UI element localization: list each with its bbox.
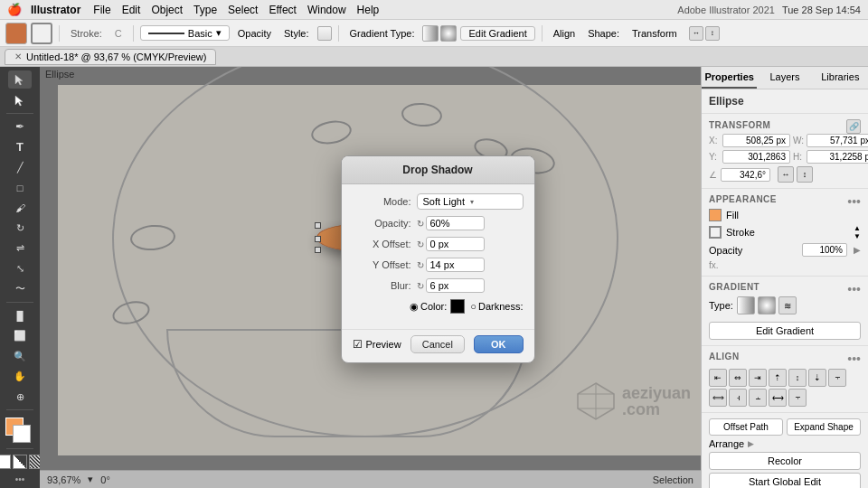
rect-tool[interactable]: □: [8, 178, 32, 196]
ok-button[interactable]: OK: [474, 335, 524, 353]
preview-checkbox-group[interactable]: ☑ Preview: [353, 338, 401, 351]
warp-tool[interactable]: 〜: [8, 280, 32, 298]
pen-tool[interactable]: ✒: [8, 117, 32, 136]
align-more-btn[interactable]: •••: [847, 352, 861, 366]
grad-freeform-btn[interactable]: ≋: [778, 296, 797, 314]
direct-select-tool[interactable]: [8, 90, 32, 108]
x-offset-input[interactable]: [426, 237, 485, 251]
zoom-tool[interactable]: ⊕: [8, 388, 32, 406]
radial-gradient-btn[interactable]: [440, 25, 457, 42]
grad-radial-btn[interactable]: [758, 296, 776, 314]
blur-input[interactable]: [426, 278, 485, 293]
menu-file[interactable]: File: [93, 4, 110, 16]
hand-tool[interactable]: ✋: [8, 367, 32, 385]
tab-layers[interactable]: Layers: [757, 67, 812, 89]
distribute-bottom-btn[interactable]: ⫟: [788, 389, 807, 407]
object-type-label: Ellipse: [709, 95, 861, 108]
edit-gradient-btn[interactable]: Edit Gradient: [460, 26, 534, 41]
reflect-h-btn[interactable]: ↔: [778, 166, 794, 183]
cancel-button[interactable]: Cancel: [410, 335, 465, 353]
stroke-down-btn[interactable]: ▼: [854, 232, 861, 240]
distribute-top-btn[interactable]: ⫠: [749, 389, 767, 407]
y-offset-input[interactable]: [426, 258, 485, 272]
rotate-tool[interactable]: ↻: [8, 219, 32, 237]
fill-swatch[interactable]: [709, 209, 722, 221]
edit-gradient-btn-panel[interactable]: Edit Gradient: [709, 322, 861, 340]
stroke-up-btn[interactable]: ▲: [854, 224, 861, 232]
distribute-left-btn[interactable]: ⫟: [828, 369, 846, 387]
color-swatch[interactable]: [450, 299, 465, 314]
tab-properties[interactable]: Properties: [702, 67, 757, 89]
style-swatch[interactable]: [317, 26, 332, 41]
apple-menu[interactable]: 🍎: [7, 3, 22, 16]
opacity-input[interactable]: [426, 216, 485, 230]
dialog-body: Mode: Soft Light ▾ Opacity: ↻ X: [342, 184, 534, 329]
object-type-section: Ellipse: [702, 89, 868, 114]
fill-color-indicator[interactable]: [5, 23, 27, 44]
line-tool[interactable]: ╱: [8, 158, 32, 176]
align-top-btn[interactable]: ⇡: [769, 369, 787, 387]
active-tab[interactable]: ✕ Untitled-18* @ 93,67 % (CMYK/Preview): [5, 49, 216, 65]
align-bottom-btn[interactable]: ⇣: [808, 369, 826, 387]
menu-help[interactable]: Help: [357, 4, 380, 16]
chart-tool[interactable]: ▐▌: [8, 306, 32, 324]
start-global-edit-btn[interactable]: Start Global Edit: [709, 473, 861, 488]
eyedropper-tool[interactable]: 🔍: [8, 347, 32, 365]
gradient-more-btn[interactable]: •••: [847, 282, 861, 296]
transform-reflect-icon[interactable]: ↔: [689, 26, 703, 41]
distribute-center-btn[interactable]: ⟺: [709, 389, 727, 407]
menu-window[interactable]: Window: [307, 4, 346, 16]
color-option[interactable]: ◉ Color:: [410, 299, 465, 314]
align-left-btn[interactable]: ⇤: [709, 369, 727, 387]
opacity-expand-arrow[interactable]: ▶: [854, 245, 861, 255]
more-tools-btn[interactable]: •••: [15, 474, 25, 484]
transform-constraint-icon[interactable]: 🔗: [846, 119, 861, 134]
x-input[interactable]: [722, 134, 790, 147]
opacity-input-panel[interactable]: [802, 243, 847, 257]
align-hcenter-btn[interactable]: ⇔: [729, 369, 747, 387]
transform-section: Transform 🔗 X: W: Y: H:: [702, 114, 868, 189]
tab-libraries[interactable]: Libraries: [813, 67, 868, 89]
color-selector[interactable]: [5, 418, 34, 445]
linear-gradient-btn[interactable]: [422, 25, 439, 42]
angle-input[interactable]: [721, 168, 770, 182]
stroke-style-dropdown[interactable]: Basic ▾: [140, 25, 230, 41]
offset-path-btn[interactable]: Offset Path: [709, 418, 783, 436]
menu-effect[interactable]: Effect: [269, 4, 296, 16]
select-tool[interactable]: [8, 70, 32, 89]
w-input[interactable]: [807, 134, 868, 147]
menu-edit[interactable]: Edit: [122, 4, 141, 16]
stroke-color-indicator[interactable]: [31, 23, 52, 44]
grad-linear-btn[interactable]: [737, 296, 755, 314]
mode-dropdown[interactable]: Soft Light ▾: [417, 193, 524, 210]
distribute-vcenter-btn[interactable]: ⟷: [769, 389, 787, 407]
type-tool[interactable]: T: [8, 137, 32, 155]
menu-type[interactable]: Type: [193, 4, 217, 16]
transform-flip-icon[interactable]: ↕: [705, 26, 720, 41]
align-right-btn[interactable]: ⇥: [749, 369, 767, 387]
mirror-tool[interactable]: ⇌: [8, 239, 32, 258]
fill-mode-normal[interactable]: [0, 455, 11, 469]
fill-mode-gradient[interactable]: [13, 455, 27, 469]
align-vcenter-btn[interactable]: ↕: [788, 369, 807, 387]
menu-object[interactable]: Object: [151, 4, 183, 16]
appearance-more-btn[interactable]: •••: [847, 194, 861, 209]
expand-shape-btn[interactable]: Expand Shape: [787, 418, 861, 436]
stroke-swatch[interactable]: [709, 226, 722, 239]
darkness-option[interactable]: ○ Darkness:: [470, 301, 523, 312]
paint-brush-tool[interactable]: 🖌: [8, 199, 32, 217]
reflect-v-btn[interactable]: ↕: [797, 166, 813, 183]
h-input[interactable]: [807, 150, 868, 164]
app-title: Adobe Illustrator 2021: [677, 5, 775, 15]
gradient-tool[interactable]: ⬜: [8, 327, 32, 345]
stroke-spinner[interactable]: ▲ ▼: [854, 224, 861, 240]
recolor-btn[interactable]: Recolor: [709, 452, 861, 470]
menu-select[interactable]: Select: [228, 4, 258, 16]
h-transform: H:: [793, 150, 868, 164]
distribute-right-btn[interactable]: ⫞: [729, 389, 747, 407]
scale-tool[interactable]: ⤡: [8, 259, 32, 277]
fill-label: Fill: [726, 210, 739, 221]
y-input[interactable]: [722, 150, 790, 164]
tab-close-btn[interactable]: ✕: [14, 52, 22, 61]
background-color[interactable]: [13, 425, 31, 443]
